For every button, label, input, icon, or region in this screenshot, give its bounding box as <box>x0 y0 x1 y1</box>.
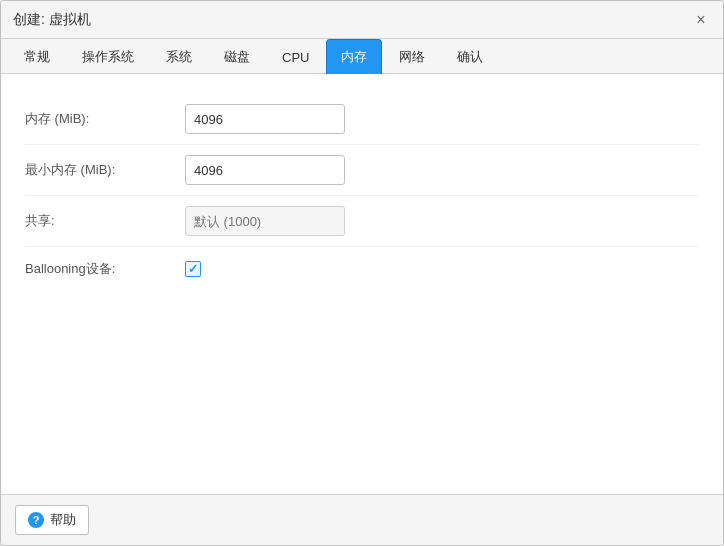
shared-input[interactable] <box>186 209 345 234</box>
memory-spinner: ▲ ▼ <box>185 104 345 134</box>
tab-confirm[interactable]: 确认 <box>442 39 498 74</box>
min-memory-spinner: ▲ ▼ <box>185 155 345 185</box>
ballooning-row: Ballooning设备: ✓ <box>25 247 699 291</box>
dialog-title: 创建: 虚拟机 <box>13 11 91 29</box>
create-vm-dialog: 创建: 虚拟机 × 常规 操作系统 系统 磁盘 CPU 内存 网络 确认 <box>0 0 724 546</box>
ballooning-checkbox[interactable]: ✓ <box>185 261 201 277</box>
checkbox-icon: ✓ <box>185 261 201 277</box>
help-button[interactable]: ? 帮助 <box>15 505 89 535</box>
min-memory-control: ▲ ▼ <box>185 155 699 185</box>
tab-cpu[interactable]: CPU <box>267 41 324 73</box>
close-button[interactable]: × <box>691 10 711 30</box>
shared-row: 共享: ▲ ▼ <box>25 196 699 247</box>
memory-control: ▲ ▼ <box>185 104 699 134</box>
ballooning-control: ✓ <box>185 261 699 277</box>
tab-general[interactable]: 常规 <box>9 39 65 74</box>
min-memory-label: 最小内存 (MiB): <box>25 161 185 179</box>
memory-form: 内存 (MiB): ▲ ▼ 最小内存 (MiB): <box>25 94 699 291</box>
help-icon: ? <box>28 512 44 528</box>
memory-label: 内存 (MiB): <box>25 110 185 128</box>
tab-disk[interactable]: 磁盘 <box>209 39 265 74</box>
memory-input[interactable] <box>186 107 345 132</box>
checkmark-icon: ✓ <box>188 262 198 276</box>
tab-system[interactable]: 系统 <box>151 39 207 74</box>
bottom-bar: ? 帮助 <box>1 494 723 545</box>
min-memory-row: 最小内存 (MiB): ▲ ▼ <box>25 145 699 196</box>
help-label: 帮助 <box>50 511 76 529</box>
min-memory-input[interactable] <box>186 158 345 183</box>
shared-label: 共享: <box>25 212 185 230</box>
tab-os[interactable]: 操作系统 <box>67 39 149 74</box>
memory-row: 内存 (MiB): ▲ ▼ <box>25 94 699 145</box>
shared-control: ▲ ▼ <box>185 206 699 236</box>
shared-spinner: ▲ ▼ <box>185 206 345 236</box>
tab-memory[interactable]: 内存 <box>326 39 382 74</box>
ballooning-label: Ballooning设备: <box>25 260 185 278</box>
tab-bar: 常规 操作系统 系统 磁盘 CPU 内存 网络 确认 <box>1 39 723 74</box>
title-bar: 创建: 虚拟机 × <box>1 1 723 39</box>
content-area: 内存 (MiB): ▲ ▼ 最小内存 (MiB): <box>1 74 723 494</box>
tab-network[interactable]: 网络 <box>384 39 440 74</box>
